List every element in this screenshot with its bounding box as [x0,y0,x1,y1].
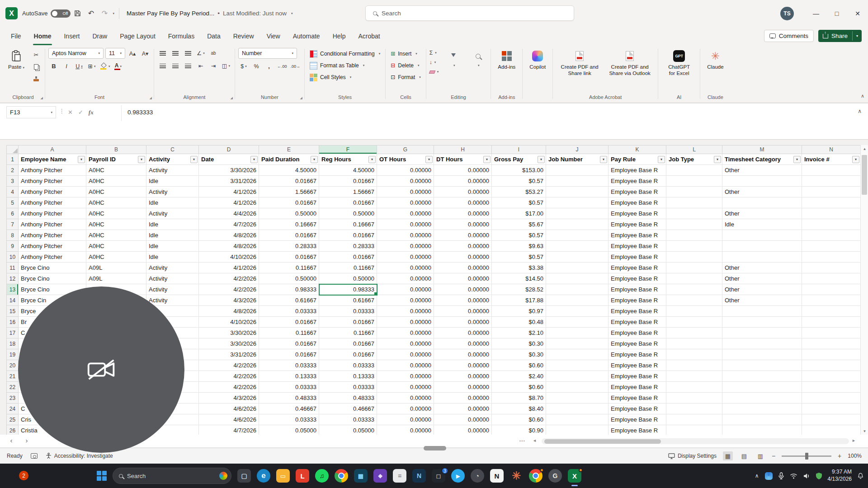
cell-N8[interactable] [802,230,861,241]
security-shield-icon[interactable] [816,473,822,479]
cell-C8[interactable]: Idle [146,230,199,241]
header-cell-F1[interactable]: Reg Hours▾ [319,154,377,165]
row-header-25[interactable]: 25 [7,414,19,425]
cell-B6[interactable]: A0HC [86,208,146,219]
cell-I10[interactable]: $0.57 [492,252,546,263]
cell-D20[interactable]: 4/2/2026 [199,360,259,371]
photos-app-icon[interactable]: ▩ [354,469,368,483]
cell-A6[interactable]: Anthony Pitcher [19,208,86,219]
cell-L15[interactable] [666,306,722,317]
cell-A4[interactable]: Anthony Pitcher [19,187,86,197]
cell-L22[interactable] [666,382,722,393]
cell-E23[interactable]: 0.48333 [259,393,319,404]
orientation-icon[interactable]: ∠▾ [195,48,206,58]
cell-G5[interactable]: 0.00000 [377,197,434,208]
cell-J11[interactable] [546,263,609,273]
cell-K25[interactable]: Employee Base R [609,414,666,425]
cell-E22[interactable]: 0.03333 [259,382,319,393]
column-header-H[interactable]: H [434,145,492,154]
align-top-icon[interactable] [157,48,168,58]
cell-D11[interactable]: 4/1/2026 [199,263,259,273]
chatgpt-button[interactable]: GPT ChatGPT for Excel [661,48,697,79]
filter-icon[interactable]: ▾ [250,156,258,163]
cell-A9[interactable]: Anthony Pitcher [19,241,86,252]
column-header-N[interactable]: N [802,145,861,154]
formula-input[interactable]: 0.983333 [127,106,153,118]
scroll-right-icon[interactable]: ► [852,438,856,443]
cell-M21[interactable] [722,371,802,382]
cell-D4[interactable]: 4/1/2026 [199,187,259,197]
tray-expand-icon[interactable]: ∧ [755,473,759,479]
notification-bell-icon[interactable] [858,473,863,479]
tab-acrobat[interactable]: Acrobat [352,27,386,45]
create-pdf-share-link-button[interactable]: Create PDF and Share link [556,48,603,79]
cell-E17[interactable]: 0.11667 [259,328,319,338]
cell-styles-button[interactable]: Cell Styles▾ [308,71,382,83]
cell-K5[interactable]: Employee Base R [609,197,666,208]
cell-H22[interactable]: 0.00000 [434,382,492,393]
header-cell-N1[interactable]: Invoice #▾ [802,154,861,165]
header-cell-M1[interactable]: Timesheet Category▾ [722,154,802,165]
cell-N4[interactable] [802,187,861,197]
cell-N12[interactable] [802,273,861,284]
cell-E26[interactable]: 0.05000 [259,425,319,435]
share-dropdown-icon[interactable]: ▾ [852,31,862,41]
cell-M10[interactable] [722,252,802,263]
cell-G25[interactable]: 0.00000 [377,414,434,425]
cell-I13[interactable]: $28.52 [492,284,546,295]
cell-B2[interactable]: A0HC [86,165,146,176]
row-header-10[interactable]: 10 [7,252,19,263]
filter-icon[interactable]: ▾ [78,156,85,163]
zoom-thumb[interactable] [805,453,808,460]
cell-M4[interactable]: Other [722,187,802,197]
cell-K15[interactable]: Employee Base R [609,306,666,317]
cell-N24[interactable] [802,404,861,414]
create-pdf-outlook-button[interactable]: Create PDF and Share via Outlook [605,48,655,79]
cell-E12[interactable]: 0.50000 [259,273,319,284]
cell-M13[interactable]: Other [722,284,802,295]
vertical-scroll-thumb[interactable] [862,155,867,195]
display-settings-button[interactable]: Display Settings [668,453,717,459]
filter-icon[interactable]: ▾ [714,156,721,163]
cell-I7[interactable]: $5.67 [492,219,546,230]
horizontal-scroll-thumb[interactable] [544,439,661,444]
row-header-26[interactable]: 26 [7,425,19,435]
cell-F14[interactable]: 0.61667 [319,295,377,306]
italic-button[interactable]: I [61,61,72,71]
cell-K9[interactable]: Employee Base R [609,241,666,252]
cell-H15[interactable]: 0.00000 [434,306,492,317]
decrease-decimal-icon[interactable]: .00→ [289,61,301,71]
column-header-D[interactable]: D [199,145,259,154]
cell-M14[interactable]: Other [722,295,802,306]
cell-H6[interactable]: 0.00000 [434,208,492,219]
filter-icon[interactable]: ▾ [138,156,145,163]
header-cell-C1[interactable]: Activity▾ [146,154,199,165]
cell-H23[interactable]: 0.00000 [434,393,492,404]
cell-C2[interactable]: Activity [146,165,199,176]
cell-I12[interactable]: $14.50 [492,273,546,284]
cell-K20[interactable]: Employee Base R [609,360,666,371]
cell-D10[interactable]: 4/10/2026 [199,252,259,263]
cell-J18[interactable] [546,338,609,349]
cell-H25[interactable]: 0.00000 [434,414,492,425]
cell-N22[interactable] [802,382,861,393]
cell-K17[interactable]: Employee Base R [609,328,666,338]
cell-L5[interactable] [666,197,722,208]
comma-format-icon[interactable]: , [264,61,274,71]
taskbar-search[interactable]: Search [113,468,231,484]
collapse-ribbon-icon[interactable]: ∧ [861,93,864,99]
cell-L19[interactable] [666,349,722,360]
cell-N21[interactable] [802,371,861,382]
cell-A7[interactable]: Anthony Pitcher [19,219,86,230]
cell-K19[interactable]: Employee Base R [609,349,666,360]
cell-J4[interactable] [546,187,609,197]
cell-C4[interactable]: Activity [146,187,199,197]
header-cell-L1[interactable]: Job Type▾ [666,154,722,165]
cell-J9[interactable] [546,241,609,252]
cell-K16[interactable]: Employee Base R [609,317,666,328]
number-format-select[interactable]: Number▾ [238,48,297,59]
row-header-12[interactable]: 12 [7,273,19,284]
cell-D21[interactable]: 4/2/2026 [199,371,259,382]
row-header-13[interactable]: 13 [7,284,19,295]
font-size-select[interactable]: 11▾ [105,48,125,59]
